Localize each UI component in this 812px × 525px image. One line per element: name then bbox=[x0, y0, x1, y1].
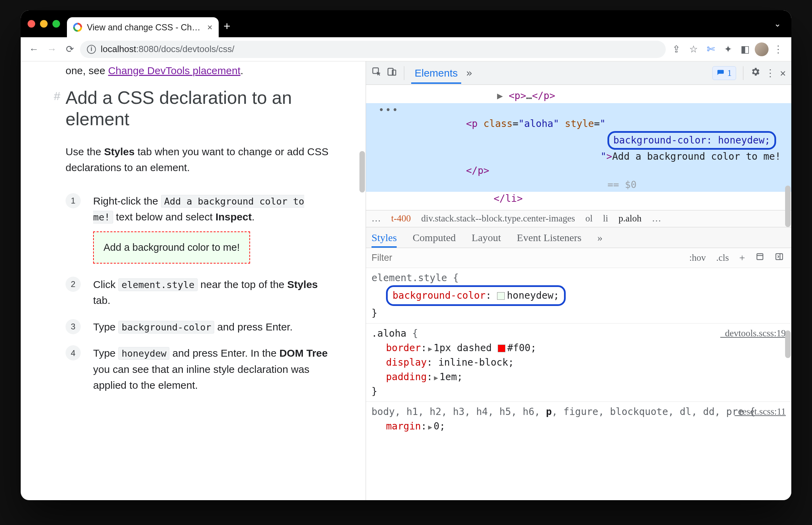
placement-link[interactable]: Change DevTools placement bbox=[108, 65, 240, 76]
crumb-more-right[interactable]: … bbox=[652, 213, 661, 224]
minimize-window-button[interactable] bbox=[40, 20, 48, 28]
filter-input[interactable] bbox=[372, 252, 440, 263]
scissors-icon[interactable]: ✄ bbox=[703, 42, 718, 57]
styles-subtabs: Styles Computed Layout Event Listeners » bbox=[366, 227, 791, 248]
rule-source-reset[interactable]: _reset.scss:11 bbox=[735, 405, 786, 419]
rule-aloha[interactable]: _devtools.scss:19 .aloha { border:▶1px d… bbox=[366, 324, 791, 402]
subtab-computed[interactable]: Computed bbox=[413, 232, 456, 248]
rule-source-devtools[interactable]: _devtools.scss:19 bbox=[720, 326, 786, 340]
issues-count: 1 bbox=[727, 68, 732, 78]
section-heading: Add a CSS declaration to an element bbox=[66, 87, 345, 130]
device-toolbar-icon[interactable] bbox=[387, 67, 397, 79]
style-rules[interactable]: element.style { background-color: honeyd… bbox=[366, 268, 791, 500]
step-4: Type honeydew and press Enter. In the DO… bbox=[66, 345, 328, 394]
red-swatch-icon[interactable] bbox=[498, 345, 505, 352]
crumb-div[interactable]: div.stack.stack--block.type.center-image… bbox=[421, 213, 575, 224]
close-window-button[interactable] bbox=[28, 20, 35, 28]
documentation-page: one, see Change DevTools placement. Add … bbox=[21, 61, 366, 500]
issues-badge[interactable]: 1 bbox=[712, 66, 736, 80]
step3-code: background-color bbox=[118, 321, 214, 334]
tabs-dropdown-icon[interactable]: ⌄ bbox=[774, 19, 781, 29]
crumb-t400[interactable]: t-400 bbox=[391, 213, 411, 224]
svg-rect-3 bbox=[757, 254, 763, 259]
settings-icon[interactable] bbox=[750, 67, 761, 79]
crumb-li[interactable]: li bbox=[603, 213, 608, 224]
titlebar: View and change CSS - Chrom × + ⌄ bbox=[21, 10, 791, 37]
lead-paragraph: Use the Styles tab when you want to chan… bbox=[66, 144, 341, 176]
steps-list: Right-click the Add a background color t… bbox=[66, 193, 345, 394]
profile-avatar[interactable] bbox=[755, 42, 769, 56]
tab-title: View and change CSS - Chrom bbox=[87, 22, 202, 32]
breadcrumb[interactable]: … t-400 div.stack.stack--block.type.cent… bbox=[366, 210, 791, 227]
devtools-scrollbar-2[interactable] bbox=[785, 330, 791, 358]
rule-element-style[interactable]: element.style { background-color: honeyd… bbox=[366, 268, 791, 324]
browser-window: View and change CSS - Chrom × + ⌄ ← → ⟳ … bbox=[21, 10, 791, 500]
crumb-ol[interactable]: ol bbox=[585, 213, 593, 224]
step2-code: element.style bbox=[118, 278, 197, 291]
address-bar[interactable]: i localhost:8080/docs/devtools/css/ bbox=[80, 41, 666, 58]
reload-button[interactable]: ⟳ bbox=[62, 42, 77, 57]
chrome-menu-icon[interactable]: ⋮ bbox=[771, 42, 786, 57]
svg-rect-4 bbox=[776, 254, 783, 259]
devtools-close-icon[interactable]: ✕ bbox=[780, 67, 786, 79]
ellipsis-icon[interactable]: ••• bbox=[369, 104, 399, 116]
subtab-styles[interactable]: Styles bbox=[372, 232, 397, 248]
selected-element[interactable]: ••• <p class="aloha" style=" background-… bbox=[366, 103, 791, 192]
bookmark-icon[interactable]: ☆ bbox=[686, 42, 701, 57]
inspect-element-icon[interactable] bbox=[372, 67, 382, 79]
browser-toolbar: ← → ⟳ i localhost:8080/docs/devtools/css… bbox=[21, 37, 791, 61]
devtools-scrollbar-1[interactable] bbox=[785, 186, 791, 227]
sidepanel-icon[interactable]: ◧ bbox=[737, 42, 753, 57]
new-rule-icon[interactable]: + bbox=[737, 251, 747, 264]
elements-tree[interactable]: ▶ <p>…</p> ••• <p class="aloha" style=" … bbox=[366, 85, 791, 210]
crumb-more-left[interactable]: … bbox=[372, 213, 381, 224]
styles-filter-bar: :hov .cls + bbox=[366, 248, 791, 268]
step-1: Right-click the Add a background color t… bbox=[66, 193, 328, 266]
extensions-icon[interactable]: ✦ bbox=[720, 42, 735, 57]
browser-tab[interactable]: View and change CSS - Chrom × bbox=[67, 17, 219, 37]
chrome-favicon-icon bbox=[73, 23, 82, 32]
share-icon[interactable]: ⇪ bbox=[669, 42, 684, 57]
devtools-menu-icon[interactable]: ⋮ bbox=[765, 67, 775, 79]
computed-toggle-icon[interactable] bbox=[753, 251, 766, 264]
step4-code: honeydew bbox=[118, 347, 169, 360]
more-tabs-icon[interactable]: » bbox=[466, 67, 472, 79]
step-2: Click element.style near the top of the … bbox=[66, 277, 328, 309]
tab-elements[interactable]: Elements bbox=[411, 62, 461, 84]
step-3: Type background-color and press Enter. bbox=[66, 319, 328, 335]
maximize-window-button[interactable] bbox=[52, 20, 60, 28]
page-scrollbar[interactable] bbox=[359, 151, 365, 192]
crumb-p[interactable]: p.aloh bbox=[618, 213, 642, 224]
honeydew-swatch-icon[interactable] bbox=[497, 292, 505, 300]
element-style-highlight: background-color: honeydew; bbox=[386, 285, 566, 306]
close-tab-icon[interactable]: × bbox=[207, 22, 212, 33]
cls-toggle[interactable]: .cls bbox=[714, 252, 731, 264]
back-button[interactable]: ← bbox=[26, 42, 41, 57]
new-tab-button[interactable]: + bbox=[224, 19, 230, 33]
content-split: one, see Change DevTools placement. Add … bbox=[21, 61, 791, 500]
rule-reset[interactable]: _reset.scss:11 body, h1, h2, h3, h4, h5,… bbox=[366, 402, 791, 436]
window-controls bbox=[28, 20, 60, 28]
subtab-layout[interactable]: Layout bbox=[472, 232, 501, 248]
toggle-sidebar-icon[interactable] bbox=[773, 251, 786, 264]
forward-button[interactable]: → bbox=[44, 42, 59, 57]
inline-style-highlight: background-color: honeydew; bbox=[607, 131, 776, 150]
more-subtabs-icon[interactable]: » bbox=[597, 232, 603, 248]
devtools-panel: Elements » 1 ⋮ ✕ ▶ <p>…</p> bbox=[366, 61, 791, 500]
intro-fragment: one, see Change DevTools placement. bbox=[66, 65, 345, 77]
demo-element[interactable]: Add a background color to me! bbox=[93, 231, 250, 264]
site-info-icon[interactable]: i bbox=[87, 45, 96, 54]
url-text: localhost:8080/docs/devtools/css/ bbox=[101, 44, 234, 55]
subtab-event-listeners[interactable]: Event Listeners bbox=[517, 232, 581, 248]
hov-toggle[interactable]: :hov bbox=[687, 252, 708, 264]
devtools-toolbar: Elements » 1 ⋮ ✕ bbox=[366, 61, 791, 85]
